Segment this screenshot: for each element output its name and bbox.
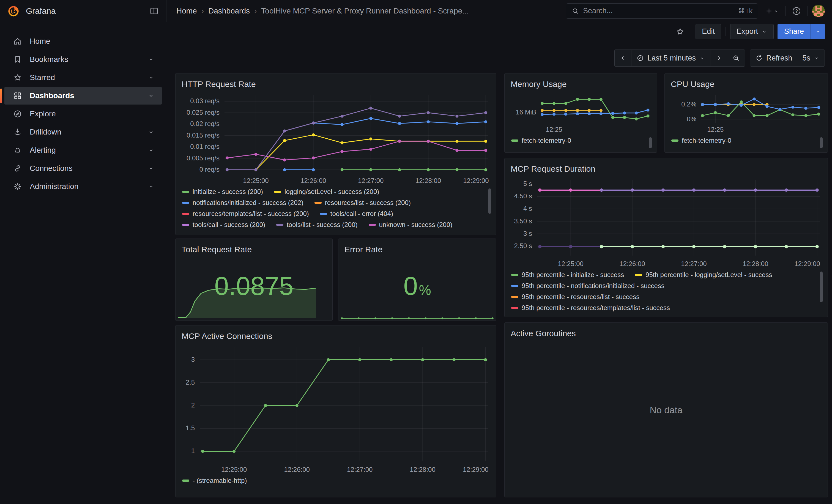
- panel-title[interactable]: CPU Usage: [670, 78, 823, 93]
- y-axis-label: 0.025 req/s: [181, 109, 219, 116]
- share-button[interactable]: Share: [778, 24, 810, 39]
- grafana-logo[interactable]: [7, 5, 20, 17]
- legend-item[interactable]: 95th percentile - initialize - success: [511, 271, 624, 279]
- sidebar-item-dashboards[interactable]: Dashboards: [4, 87, 162, 105]
- breadcrumb-item[interactable]: Dashboards: [208, 7, 250, 16]
- y-axis-label: 4.50 s: [510, 192, 532, 200]
- sidebar-nav: HomeBookmarksStarredDashboardsExploreDri…: [0, 22, 166, 504]
- legend-item[interactable]: fetch-telemetry-0: [671, 137, 731, 144]
- y-axis-label: 1: [181, 447, 195, 455]
- legend-item[interactable]: 95th percentile - resources/templates/li…: [511, 304, 670, 312]
- zoom-out-button[interactable]: [727, 50, 745, 66]
- sidebar-item-drilldown[interactable]: Drilldown: [0, 123, 162, 141]
- legend-item[interactable]: fetch-telemetry-0: [511, 137, 571, 144]
- dashboard-toolbar: Edit Export Share: [166, 22, 832, 41]
- legend-swatch: [314, 202, 322, 204]
- legend-item[interactable]: 95th percentile - resources/list - succe…: [511, 293, 640, 301]
- home-icon: [12, 36, 23, 46]
- sidebar-collapse-icon[interactable]: [148, 4, 161, 18]
- edit-button[interactable]: Edit: [696, 24, 721, 39]
- x-axis-label: 12:26:00: [301, 177, 326, 185]
- chart-legend: - (streamable-http): [181, 477, 491, 489]
- legend-item[interactable]: notifications/initialized - success (202…: [182, 199, 304, 207]
- share-dropdown-button[interactable]: [810, 24, 825, 39]
- legend-scrollbar[interactable]: [488, 188, 491, 214]
- user-avatar[interactable]: [812, 5, 825, 17]
- search-input[interactable]: Search... ⌘+k: [566, 3, 758, 19]
- sidebar-item-starred[interactable]: Starred: [0, 69, 162, 86]
- refresh-button[interactable]: Refresh: [750, 50, 797, 66]
- legend-item[interactable]: logging/setLevel - success (200): [274, 188, 379, 195]
- legend-swatch: [511, 285, 518, 287]
- add-button[interactable]: [763, 5, 781, 17]
- chevron-down-icon[interactable]: [148, 147, 155, 154]
- legend-item[interactable]: 95th percentile - logging/setLevel - suc…: [635, 271, 772, 279]
- panel-title[interactable]: Active Goroutines: [510, 327, 823, 342]
- help-button[interactable]: ?: [790, 4, 803, 18]
- sidebar-item-alerting[interactable]: Alerting: [0, 141, 162, 159]
- legend-scrollbar[interactable]: [820, 271, 823, 302]
- legend-scrollbar[interactable]: [649, 137, 652, 148]
- legend-swatch: [182, 191, 189, 193]
- http-request-rate-chart[interactable]: 0 req/s0.005 req/s0.01 req/s0.015 req/s0…: [181, 93, 491, 185]
- y-axis-label: 0.2%: [670, 100, 696, 108]
- sidebar-item-bookmarks[interactable]: Bookmarks: [0, 51, 162, 68]
- sidebar-item-explore[interactable]: Explore: [0, 105, 162, 123]
- sidebar-item-connections[interactable]: Connections: [0, 160, 162, 177]
- legend-item[interactable]: unknown - success (200): [369, 221, 452, 229]
- panel-title[interactable]: Error Rate: [343, 243, 491, 258]
- time-shift-forward-button[interactable]: [710, 50, 727, 66]
- refresh-interval-dropdown[interactable]: 5s: [797, 50, 825, 66]
- legend-scrollbar[interactable]: [820, 137, 823, 148]
- sidebar-item-administration[interactable]: Administration: [0, 178, 162, 195]
- legend-label: resources/templates/list - success (200): [192, 210, 309, 218]
- legend-item[interactable]: initialize - success (200): [182, 188, 263, 195]
- chevron-down-icon: [699, 55, 705, 61]
- legend-item[interactable]: 95th percentile - notifications/initiali…: [511, 282, 665, 290]
- time-range-picker[interactable]: Last 5 minutes: [631, 50, 710, 66]
- share-button-group: Share: [778, 24, 825, 39]
- sidebar-item-label: Dashboards: [30, 91, 148, 100]
- favorite-star-button[interactable]: [674, 25, 686, 38]
- chevron-down-icon[interactable]: [148, 74, 155, 81]
- y-axis-label: 1.5: [181, 424, 195, 432]
- clock-icon: [636, 54, 644, 62]
- chevron-down-icon[interactable]: [148, 183, 155, 190]
- refresh-group: Refresh 5s: [750, 50, 825, 67]
- chevron-down-icon[interactable]: [148, 129, 155, 136]
- chevron-down-icon[interactable]: [148, 165, 155, 172]
- legend-label: unknown - success (200): [379, 221, 452, 229]
- legend-item[interactable]: resources/templates/list - success (200): [182, 210, 309, 218]
- breadcrumb-item[interactable]: Home: [176, 7, 197, 16]
- time-shift-back-button[interactable]: [615, 50, 631, 66]
- panel-cpu-usage: CPU Usage 0.2%0%12:25 fetch-telemetry-0: [665, 73, 828, 153]
- legend-item[interactable]: tools/call - error (404): [320, 210, 393, 218]
- panel-title[interactable]: MCP Request Duration: [510, 163, 823, 178]
- chevron-down-icon[interactable]: [148, 92, 155, 99]
- breadcrumb-separator: ›: [201, 7, 204, 16]
- bookmark-icon: [12, 55, 23, 64]
- legend-item[interactable]: - (streamable-http): [182, 477, 247, 484]
- legend-label: notifications/initialized - success (202…: [192, 199, 304, 207]
- x-axis-label: 12:28:00: [410, 466, 435, 474]
- mcp-active-connections-chart[interactable]: 11.522.5312:25:0012:26:0012:27:0012:28:0…: [181, 345, 491, 474]
- panel-title[interactable]: Memory Usage: [510, 78, 652, 93]
- sidebar-item-label: Connections: [30, 164, 148, 173]
- mcp-request-duration-chart[interactable]: 5 s4.50 s4 s3.50 s3 s2.50 s12:25:0012:26…: [510, 178, 823, 268]
- panel-title[interactable]: Total Request Rate: [181, 243, 328, 258]
- memory-usage-chart[interactable]: 16 MiB12:25: [510, 93, 652, 134]
- export-button[interactable]: Export: [730, 24, 774, 39]
- legend-item[interactable]: resources/list - success (200): [314, 199, 411, 207]
- legend-item[interactable]: tools/call - success (200): [182, 221, 265, 229]
- legend-swatch: [671, 139, 678, 142]
- legend-item[interactable]: tools/list - success (200): [276, 221, 357, 229]
- cpu-usage-chart[interactable]: 0.2%0%12:25: [670, 93, 823, 134]
- sidebar-item-home[interactable]: Home: [0, 32, 162, 50]
- panel-title[interactable]: HTTP Request Rate: [181, 78, 491, 93]
- chevron-down-icon[interactable]: [148, 56, 155, 63]
- legend-swatch: [182, 213, 189, 215]
- breadcrumb-item: ToolHive MCP Server & Proxy Runner Dashb…: [261, 7, 469, 16]
- chevron-down-icon: [813, 55, 820, 61]
- legend-swatch: [511, 296, 518, 298]
- panel-title[interactable]: MCP Active Connections: [181, 330, 491, 345]
